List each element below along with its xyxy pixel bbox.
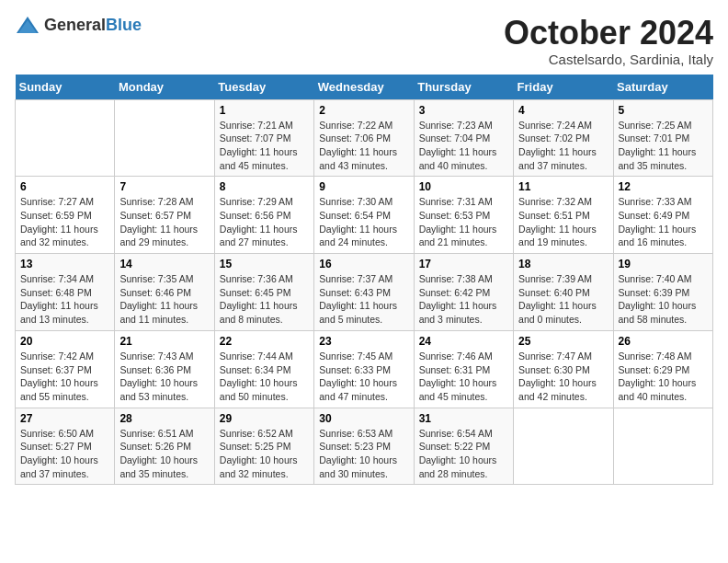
day-number: 13: [20, 258, 109, 270]
page-header: GeneralBlue October 2024 Castelsardo, Sa…: [15, 15, 713, 67]
day-number: 20: [20, 335, 109, 348]
day-number: 5: [619, 104, 708, 117]
weekday-tuesday: Tuesday: [214, 75, 313, 100]
calendar-cell: 15Sunrise: 7:36 AM Sunset: 6:45 PM Dayli…: [214, 254, 313, 331]
day-info: Sunrise: 7:33 AM Sunset: 6:49 PM Dayligh…: [619, 195, 708, 249]
day-number: 9: [319, 180, 408, 193]
calendar-cell: 14Sunrise: 7:35 AM Sunset: 6:46 PM Dayli…: [115, 254, 214, 331]
calendar-cell: 22Sunrise: 7:44 AM Sunset: 6:34 PM Dayli…: [214, 330, 313, 408]
calendar-cell: 29Sunrise: 6:52 AM Sunset: 5:25 PM Dayli…: [214, 408, 313, 485]
day-number: 26: [619, 335, 708, 348]
weekday-header-row: SundayMondayTuesdayWednesdayThursdayFrid…: [16, 75, 713, 100]
day-info: Sunrise: 7:42 AM Sunset: 6:37 PM Dayligh…: [20, 350, 109, 404]
day-info: Sunrise: 7:38 AM Sunset: 6:42 PM Dayligh…: [419, 272, 508, 327]
day-info: Sunrise: 7:46 AM Sunset: 6:31 PM Dayligh…: [419, 350, 508, 404]
calendar-cell: 17Sunrise: 7:38 AM Sunset: 6:42 PM Dayli…: [414, 254, 513, 331]
day-number: 17: [419, 258, 508, 270]
calendar-cell: 4Sunrise: 7:24 AM Sunset: 7:02 PM Daylig…: [514, 99, 613, 177]
day-number: 10: [419, 180, 508, 193]
weekday-saturday: Saturday: [613, 75, 712, 100]
day-info: Sunrise: 7:27 AM Sunset: 6:59 PM Dayligh…: [20, 195, 109, 249]
day-info: Sunrise: 6:54 AM Sunset: 5:22 PM Dayligh…: [419, 427, 508, 481]
calendar-cell: 5Sunrise: 7:25 AM Sunset: 7:01 PM Daylig…: [613, 99, 712, 177]
calendar-cell: 3Sunrise: 7:23 AM Sunset: 7:04 PM Daylig…: [414, 99, 513, 177]
day-number: 22: [220, 335, 309, 348]
day-info: Sunrise: 7:43 AM Sunset: 6:36 PM Dayligh…: [119, 350, 209, 404]
day-number: 14: [119, 258, 209, 270]
calendar-cell: 2Sunrise: 7:22 AM Sunset: 7:06 PM Daylig…: [314, 99, 414, 177]
weekday-sunday: Sunday: [16, 75, 115, 100]
day-info: Sunrise: 7:48 AM Sunset: 6:29 PM Dayligh…: [619, 350, 708, 404]
day-number: 23: [319, 335, 408, 348]
calendar-cell: 1Sunrise: 7:21 AM Sunset: 7:07 PM Daylig…: [214, 99, 313, 177]
calendar-cell: 31Sunrise: 6:54 AM Sunset: 5:22 PM Dayli…: [414, 408, 513, 485]
weekday-monday: Monday: [115, 75, 214, 100]
calendar-cell: 6Sunrise: 7:27 AM Sunset: 6:59 PM Daylig…: [16, 177, 115, 254]
calendar-week-2: 13Sunrise: 7:34 AM Sunset: 6:48 PM Dayli…: [16, 254, 713, 331]
day-info: Sunrise: 7:40 AM Sunset: 6:39 PM Dayligh…: [619, 272, 708, 327]
day-info: Sunrise: 6:51 AM Sunset: 5:26 PM Dayligh…: [119, 427, 209, 481]
day-info: Sunrise: 6:53 AM Sunset: 5:23 PM Dayligh…: [319, 427, 408, 481]
weekday-friday: Friday: [514, 75, 613, 100]
day-number: 6: [20, 180, 109, 193]
calendar-cell: [115, 99, 214, 177]
calendar-cell: 24Sunrise: 7:46 AM Sunset: 6:31 PM Dayli…: [414, 330, 513, 408]
day-info: Sunrise: 7:21 AM Sunset: 7:07 PM Dayligh…: [220, 119, 309, 173]
day-number: 24: [419, 335, 508, 348]
weekday-wednesday: Wednesday: [314, 75, 414, 100]
calendar-cell: 16Sunrise: 7:37 AM Sunset: 6:43 PM Dayli…: [314, 254, 414, 331]
calendar-cell: 18Sunrise: 7:39 AM Sunset: 6:40 PM Dayli…: [514, 254, 613, 331]
calendar-cell: 11Sunrise: 7:32 AM Sunset: 6:51 PM Dayli…: [514, 177, 613, 254]
day-info: Sunrise: 7:24 AM Sunset: 7:02 PM Dayligh…: [518, 119, 608, 173]
calendar-cell: 21Sunrise: 7:43 AM Sunset: 6:36 PM Dayli…: [115, 330, 214, 408]
day-number: 31: [419, 412, 508, 425]
calendar-cell: 25Sunrise: 7:47 AM Sunset: 6:30 PM Dayli…: [514, 330, 613, 408]
day-info: Sunrise: 7:37 AM Sunset: 6:43 PM Dayligh…: [319, 272, 408, 327]
calendar-cell: 19Sunrise: 7:40 AM Sunset: 6:39 PM Dayli…: [613, 254, 712, 331]
calendar-cell: 10Sunrise: 7:31 AM Sunset: 6:53 PM Dayli…: [414, 177, 513, 254]
day-number: 3: [419, 104, 508, 117]
day-info: Sunrise: 7:25 AM Sunset: 7:01 PM Dayligh…: [619, 119, 708, 173]
weekday-thursday: Thursday: [414, 75, 513, 100]
day-info: Sunrise: 6:50 AM Sunset: 5:27 PM Dayligh…: [20, 427, 109, 481]
logo: GeneralBlue: [15, 15, 142, 35]
calendar-cell: 8Sunrise: 7:29 AM Sunset: 6:56 PM Daylig…: [214, 177, 313, 254]
day-info: Sunrise: 7:23 AM Sunset: 7:04 PM Dayligh…: [419, 119, 508, 173]
day-info: Sunrise: 7:31 AM Sunset: 6:53 PM Dayligh…: [419, 195, 508, 249]
location-subtitle: Castelsardo, Sardinia, Italy: [504, 52, 713, 67]
calendar-cell: 7Sunrise: 7:28 AM Sunset: 6:57 PM Daylig…: [115, 177, 214, 254]
day-number: 7: [119, 180, 209, 193]
calendar-cell: 13Sunrise: 7:34 AM Sunset: 6:48 PM Dayli…: [16, 254, 115, 331]
day-number: 11: [518, 180, 608, 193]
month-title: October 2024: [504, 15, 713, 52]
day-number: 15: [220, 258, 309, 270]
calendar-cell: 12Sunrise: 7:33 AM Sunset: 6:49 PM Dayli…: [613, 177, 712, 254]
logo-icon: [15, 15, 40, 35]
calendar-week-3: 20Sunrise: 7:42 AM Sunset: 6:37 PM Dayli…: [16, 330, 713, 408]
day-number: 30: [319, 412, 408, 425]
day-info: Sunrise: 7:30 AM Sunset: 6:54 PM Dayligh…: [319, 195, 408, 249]
day-number: 18: [518, 258, 608, 270]
calendar-cell: 26Sunrise: 7:48 AM Sunset: 6:29 PM Dayli…: [613, 330, 712, 408]
day-number: 16: [319, 258, 408, 270]
calendar-cell: [613, 408, 712, 485]
calendar-cell: 30Sunrise: 6:53 AM Sunset: 5:23 PM Dayli…: [314, 408, 414, 485]
day-number: 29: [220, 412, 309, 425]
day-info: Sunrise: 7:29 AM Sunset: 6:56 PM Dayligh…: [220, 195, 309, 249]
day-number: 27: [20, 412, 109, 425]
calendar-cell: 20Sunrise: 7:42 AM Sunset: 6:37 PM Dayli…: [16, 330, 115, 408]
calendar-cell: [16, 99, 115, 177]
day-info: Sunrise: 7:28 AM Sunset: 6:57 PM Dayligh…: [119, 195, 209, 249]
calendar-table: SundayMondayTuesdayWednesdayThursdayFrid…: [15, 75, 713, 486]
calendar-cell: 23Sunrise: 7:45 AM Sunset: 6:33 PM Dayli…: [314, 330, 414, 408]
day-info: Sunrise: 7:34 AM Sunset: 6:48 PM Dayligh…: [20, 272, 109, 327]
logo-blue: Blue: [106, 16, 142, 34]
calendar-cell: [514, 408, 613, 485]
day-info: Sunrise: 7:36 AM Sunset: 6:45 PM Dayligh…: [220, 272, 309, 327]
day-number: 2: [319, 104, 408, 117]
title-block: October 2024 Castelsardo, Sardinia, Ital…: [504, 15, 713, 67]
day-info: Sunrise: 7:32 AM Sunset: 6:51 PM Dayligh…: [518, 195, 608, 249]
day-number: 19: [619, 258, 708, 270]
day-number: 1: [220, 104, 309, 117]
day-number: 28: [119, 412, 209, 425]
